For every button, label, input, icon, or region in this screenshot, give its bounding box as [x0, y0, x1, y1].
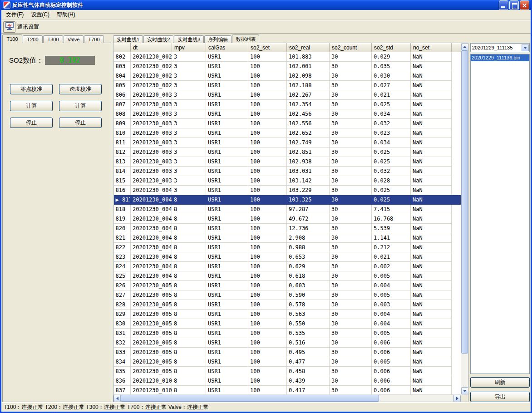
row-number-cell[interactable]: 815	[114, 176, 131, 186]
cell-mpv[interactable]: 3	[172, 71, 206, 81]
cell-so2_std[interactable]: 0.025	[372, 186, 411, 195]
cell-mpv[interactable]: 8	[172, 348, 206, 357]
row-number-cell[interactable]: 813	[114, 157, 131, 167]
tab-data-list[interactable]: 数据列表	[232, 34, 259, 43]
row-number-cell[interactable]: 832	[114, 338, 131, 348]
cell-so2_count[interactable]: 30	[330, 386, 372, 395]
cell-calGas[interactable]: USR1	[206, 357, 248, 367]
cell-so2_count[interactable]: 30	[330, 233, 372, 243]
cell-no_set[interactable]: NaN	[411, 271, 452, 281]
cell-so2_std[interactable]: 0.035	[372, 62, 411, 71]
span-cal-button[interactable]: 跨度校准	[59, 84, 102, 94]
stop-span-button[interactable]: 停止	[59, 118, 102, 128]
cell-mpv[interactable]: 8	[172, 319, 206, 329]
cell-mpv[interactable]: 8	[172, 310, 206, 319]
cell-dt[interactable]: 20201230_0031	[131, 100, 172, 109]
table-row[interactable]: 80420201230_00283USR1100102.098300.030Na…	[114, 71, 461, 81]
cell-so2_set[interactable]: 100	[248, 81, 287, 90]
table-row[interactable]: 80920201230_00333USR1100102.556300.032Na…	[114, 119, 461, 128]
table-row[interactable]: 82920201230_00538USR11000.563300.004NaN	[114, 310, 461, 319]
cell-no_set[interactable]: NaN	[411, 233, 452, 243]
cell-so2_set[interactable]: 100	[248, 243, 287, 252]
cell-so2_set[interactable]: 100	[248, 319, 287, 329]
cell-mpv[interactable]: 3	[172, 186, 206, 195]
cell-so2_count[interactable]: 30	[330, 205, 372, 214]
cell-so2_count[interactable]: 30	[330, 224, 372, 233]
tab-valve[interactable]: Valve	[64, 35, 84, 43]
cell-so2_count[interactable]: 30	[330, 329, 372, 338]
comm-settings-button[interactable]	[3, 21, 15, 33]
cell-so2_real[interactable]: 0.988	[287, 243, 330, 252]
tab-curve3[interactable]: 实时曲线3	[174, 35, 204, 43]
table-row[interactable]: 81320201230_00373USR1100102.938300.025Na…	[114, 157, 461, 167]
row-number-cell[interactable]: 808	[114, 109, 131, 119]
tab-t700[interactable]: T700	[84, 35, 104, 43]
row-number-cell[interactable]: 820	[114, 224, 131, 233]
row-number-cell[interactable]: 806	[114, 90, 131, 100]
scroll-up-button[interactable]	[461, 43, 468, 50]
cell-calGas[interactable]: USR1	[206, 186, 248, 195]
cell-no_set[interactable]: NaN	[411, 386, 452, 395]
cell-dt[interactable]: 20201230_0033	[131, 119, 172, 128]
table-row[interactable]: 82820201230_00528USR11000.578300.003NaN	[114, 300, 461, 310]
cell-no_set[interactable]: NaN	[411, 310, 452, 319]
file-dropdown[interactable]: 20201229_111135	[470, 43, 530, 52]
cell-dt[interactable]: 20201230_0035	[131, 138, 172, 148]
cell-mpv[interactable]: 8	[172, 271, 206, 281]
cell-calGas[interactable]: USR1	[206, 338, 248, 348]
cell-dt[interactable]: 20201230_0036	[131, 148, 172, 157]
cell-so2_real[interactable]: 103.142	[287, 176, 330, 186]
table-row[interactable]: 80820201230_00323USR1100102.456300.034Na…	[114, 109, 461, 119]
table-row[interactable]: 81920201230_00438USR110049.6723016.768Na…	[114, 214, 461, 224]
menu-item-help[interactable]: 帮助(H)	[53, 10, 79, 20]
cell-so2_real[interactable]: 0.458	[287, 367, 330, 376]
row-number-cell[interactable]: 811	[114, 138, 131, 148]
cell-so2_set[interactable]: 100	[248, 157, 287, 167]
cell-so2_real[interactable]: 103.325	[287, 195, 330, 205]
scroll-down-button[interactable]	[461, 387, 468, 394]
cell-so2_count[interactable]: 30	[330, 90, 372, 100]
cell-so2_set[interactable]: 100	[248, 281, 287, 290]
cell-no_set[interactable]: NaN	[411, 290, 452, 300]
cell-so2_set[interactable]: 100	[248, 176, 287, 186]
cell-calGas[interactable]: USR1	[206, 386, 248, 395]
cell-dt[interactable]: 20201230_0053	[131, 310, 172, 319]
cell-so2_std[interactable]: 5.539	[372, 224, 411, 233]
cell-so2_set[interactable]: 100	[248, 90, 287, 100]
row-number-cell[interactable]: 828	[114, 300, 131, 310]
cell-no_set[interactable]: NaN	[411, 176, 452, 186]
cell-mpv[interactable]: 8	[172, 233, 206, 243]
row-number-cell[interactable]: 825	[114, 271, 131, 281]
cell-so2_std[interactable]: 0.027	[372, 81, 411, 90]
cell-mpv[interactable]: 8	[172, 290, 206, 300]
cell-mpv[interactable]: 3	[172, 52, 206, 62]
maximize-button[interactable]	[509, 0, 519, 10]
cell-so2_real[interactable]: 101.883	[287, 52, 330, 62]
cell-so2_std[interactable]: 0.212	[372, 243, 411, 252]
cell-so2_std[interactable]: 0.025	[372, 195, 411, 205]
cell-so2_set[interactable]: 100	[248, 148, 287, 157]
cell-calGas[interactable]: USR1	[206, 252, 248, 262]
dropdown-arrow-button[interactable]	[522, 44, 529, 51]
cell-mpv[interactable]: 8	[172, 357, 206, 367]
table-row[interactable]: 80720201230_00313USR1100102.354300.025Na…	[114, 100, 461, 109]
column-header-so2_count[interactable]: so2_count	[330, 44, 372, 52]
tab-t300[interactable]: T300	[43, 35, 63, 43]
cell-calGas[interactable]: USR1	[206, 128, 248, 138]
cell-so2_set[interactable]: 100	[248, 100, 287, 109]
cell-calGas[interactable]: USR1	[206, 367, 248, 376]
cell-so2_std[interactable]: 0.032	[372, 167, 411, 176]
cell-mpv[interactable]: 3	[172, 128, 206, 138]
cell-so2_set[interactable]: 100	[248, 367, 287, 376]
stop-zero-button[interactable]: 停止	[10, 118, 53, 128]
cell-calGas[interactable]: USR1	[206, 176, 248, 186]
cell-so2_count[interactable]: 30	[330, 290, 372, 300]
cell-so2_real[interactable]: 0.516	[287, 338, 330, 348]
cell-so2_set[interactable]: 100	[248, 128, 287, 138]
cell-dt[interactable]: 20201230_0040	[131, 186, 172, 195]
table-row[interactable]: 80620201230_00303USR1100102.267300.021Na…	[114, 90, 461, 100]
horizontal-scroll-thumb[interactable]	[121, 395, 379, 402]
cell-so2_count[interactable]: 30	[330, 167, 372, 176]
cell-so2_std[interactable]: 0.023	[372, 128, 411, 138]
row-number-cell[interactable]: 836	[114, 376, 131, 386]
